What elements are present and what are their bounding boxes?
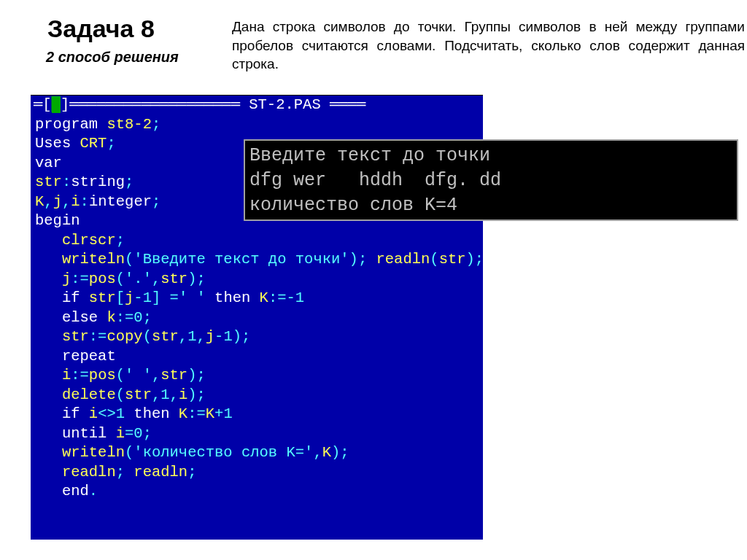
code-token: , xyxy=(62,193,71,210)
editor-titlebar: ═[▌]═══════════════════ ST-2.PAS ════ xyxy=(31,96,483,115)
code-token: , xyxy=(170,386,179,403)
code-token: := xyxy=(89,328,107,345)
code-token: writeln xyxy=(35,444,125,461)
code-token: i xyxy=(89,405,98,422)
output-line: Введите текст до точки xyxy=(249,145,490,166)
code-token: program xyxy=(35,116,107,133)
code-token: str xyxy=(35,328,89,345)
code-token: ; xyxy=(143,309,152,326)
code-token: then xyxy=(206,289,260,306)
code-token: i xyxy=(179,386,187,403)
output-line: количество слов K=4 xyxy=(249,195,457,216)
code-token: readln xyxy=(35,464,116,481)
code-token: [ xyxy=(116,289,125,306)
code-token: end xyxy=(35,483,89,499)
code-token: - xyxy=(214,328,223,345)
code-token: + xyxy=(214,405,223,422)
code-token: K xyxy=(35,193,44,210)
code-token: str xyxy=(439,251,466,268)
code-token: until xyxy=(35,425,116,442)
code-token: ( xyxy=(143,328,152,345)
code-token: '.' xyxy=(125,271,152,287)
code-token: 1 xyxy=(187,328,196,345)
code-token: ( xyxy=(116,386,125,403)
code-token: ] = xyxy=(152,289,179,306)
code-token: ' ' xyxy=(179,289,206,306)
code-token: if xyxy=(35,405,89,422)
titlebar-right: ════ xyxy=(321,96,366,113)
code-token: 1 xyxy=(116,405,125,422)
code-token: if xyxy=(35,289,89,306)
code-token: ); xyxy=(187,271,206,287)
code-token: 0 xyxy=(133,425,142,442)
code-token: := xyxy=(187,405,206,422)
code-token: copy xyxy=(107,328,142,345)
code-token: 'количество слов K=' xyxy=(133,444,313,461)
code-token: else xyxy=(35,309,107,326)
code-token: , xyxy=(44,193,53,210)
code-token: 1 xyxy=(160,386,169,403)
code-token: ; xyxy=(187,464,196,481)
code-token: Uses xyxy=(35,135,80,152)
code-token: ); xyxy=(187,386,206,403)
code-token: . xyxy=(89,483,98,499)
code-token: 'Введите текст до точки' xyxy=(133,251,349,268)
code-token: 1 xyxy=(223,405,232,422)
code-token: ); xyxy=(331,444,349,461)
code-token: : xyxy=(62,174,71,190)
code-token: st8-2 xyxy=(107,116,152,133)
code-token: str xyxy=(160,367,187,384)
code-token: CRT xyxy=(80,135,107,152)
code-token: := xyxy=(116,309,134,326)
code-token: writeln xyxy=(35,251,125,268)
code-token: var xyxy=(35,155,62,171)
code-token: str xyxy=(35,174,62,190)
code-token: ; xyxy=(116,232,125,249)
program-output: Введите текст до точки dfg wer hddh dfg.… xyxy=(244,139,738,221)
task-description: Дана строка символов до точки. Группы си… xyxy=(232,18,745,74)
code-token: - xyxy=(133,289,142,306)
output-line: dfg wer hddh dfg. dd xyxy=(249,170,501,191)
code-token: ; xyxy=(152,193,160,210)
code-token: string xyxy=(71,174,125,190)
code-token: delete xyxy=(35,386,116,403)
code-token: 1 xyxy=(295,289,304,306)
code-token: ; xyxy=(143,425,152,442)
code-token: pos xyxy=(89,271,116,287)
code-token: 1 xyxy=(223,328,232,345)
code-token: , xyxy=(313,444,322,461)
code-token: ; xyxy=(116,464,134,481)
close-icon[interactable]: ▌ xyxy=(52,96,61,113)
code-token: clrscr xyxy=(35,232,116,249)
code-token: : xyxy=(80,193,89,210)
code-token: integer xyxy=(89,193,152,210)
code-token: ; xyxy=(125,174,133,190)
code-token: i xyxy=(71,193,80,210)
code-token: ( xyxy=(125,251,133,268)
code-token: pos xyxy=(89,367,116,384)
code-token: str xyxy=(160,271,187,287)
code-token: ); xyxy=(233,328,251,345)
code-token: i xyxy=(35,367,71,384)
code-token: ( xyxy=(116,271,125,287)
titlebar-left: ═[ xyxy=(34,96,52,113)
code-token: <> xyxy=(98,405,116,422)
code-token: j xyxy=(35,271,71,287)
code-token: ; xyxy=(107,135,115,152)
code-token: K xyxy=(206,405,214,422)
code-token: str xyxy=(152,328,179,345)
code-token: ' ' xyxy=(125,367,152,384)
code-token: k xyxy=(107,309,115,326)
code-token: repeat xyxy=(35,348,116,365)
code-token: , xyxy=(196,328,205,345)
code-token: , xyxy=(152,386,160,403)
code-token: , xyxy=(152,367,160,384)
code-token: K xyxy=(322,444,331,461)
code-token: 0 xyxy=(133,309,142,326)
editor-filename: ST-2.PAS xyxy=(249,96,320,113)
code-token: readln xyxy=(376,251,430,268)
code-token: j xyxy=(206,328,214,345)
code-token: :=- xyxy=(268,289,295,306)
code-token: ; xyxy=(152,116,160,133)
code-token: , xyxy=(152,271,160,287)
